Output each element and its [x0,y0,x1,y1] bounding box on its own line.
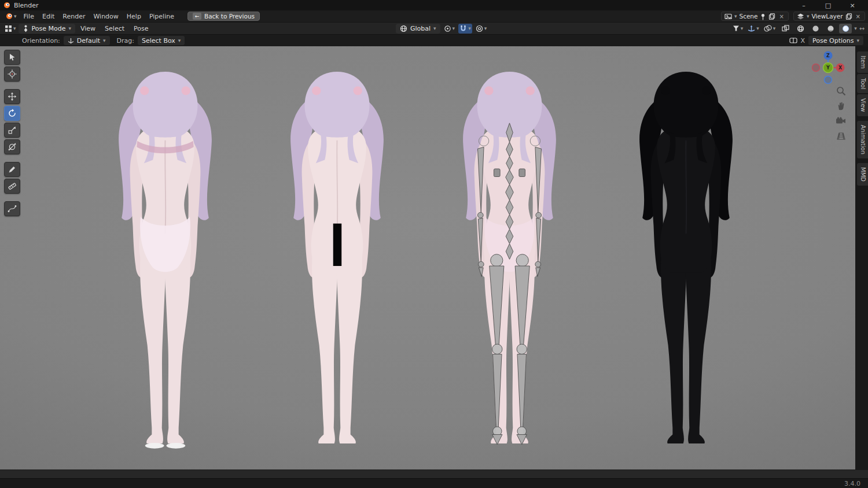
3d-viewport[interactable]: Z X Y [0,46,855,469]
tool-annotate-button[interactable] [4,162,20,177]
tool-shelf [4,50,20,216]
pivot-point-button[interactable]: ▾ [443,24,457,34]
shading-wireframe-button[interactable] [794,24,807,34]
editor-extend-icon[interactable]: ↔ [859,25,865,32]
new-scene-icon[interactable] [768,13,775,20]
sidebar-tab-item[interactable]: Item [857,51,868,73]
chevron-down-icon: ▾ [741,26,744,31]
gizmo-negative-x[interactable] [812,64,820,72]
navigation-gizmo[interactable]: Z X Y [809,49,847,87]
xray-toggle[interactable] [779,24,792,34]
menu-help[interactable]: Help [123,12,145,21]
menu-view[interactable]: View [76,24,100,34]
zoom-control[interactable] [834,84,847,97]
tool-rotate-button[interactable] [4,106,20,121]
sidebar-tab-mmd[interactable]: MMD [857,163,868,186]
globe-icon [400,25,407,32]
pivot-icon [444,25,451,32]
zoom-icon [836,86,846,96]
viewlayer-selector[interactable]: ▾ ViewLayer × [793,12,865,21]
drag-setting-value: Select Box [142,37,175,45]
sidebar-tab-tool[interactable]: Tool [857,74,868,93]
menu-file[interactable]: File [20,12,38,21]
pose-options-label: Pose Options [812,37,854,45]
overlays-icon [764,25,772,32]
camera-view-control[interactable] [834,114,847,127]
hand-icon [836,101,846,111]
timeline-collapsed-strip[interactable] [0,469,868,478]
menu-render[interactable]: Render [58,12,89,21]
mode-label: Pose Mode [32,25,66,32]
shading-rendered-button[interactable] [839,24,852,34]
proportional-editing-button[interactable]: ▾ [475,24,488,34]
wireframe-sphere-icon [797,25,804,32]
show-overlays-toggle[interactable]: ▾ [763,24,777,34]
maximize-button[interactable]: □ [816,0,840,10]
tool-cursor-button[interactable] [4,66,20,82]
tool-transform-button[interactable] [4,139,20,154]
remove-viewlayer-icon[interactable]: × [855,13,862,20]
annotate-icon [8,165,17,174]
move-icon [8,92,17,101]
menu-window[interactable]: Window [89,12,122,21]
orientation-setting-dropdown[interactable]: Default ▾ [64,36,110,45]
tool-select-box-button[interactable] [4,50,20,65]
menu-pipeline[interactable]: Pipeline [145,12,178,21]
shading-material-button[interactable] [824,24,837,34]
selectability-filter-button[interactable]: ▾ [731,24,745,34]
blender-menu-button[interactable]: ▾ [3,13,20,20]
sidebar-tab-animation[interactable]: Animation [857,121,868,158]
scene-selector[interactable]: ▾ Scene × [721,12,789,21]
figure-wireframe-model[interactable] [613,65,759,467]
chevron-down-icon: ▾ [856,38,859,43]
chevron-down-icon: ▾ [13,26,16,31]
figure-textured-model[interactable] [93,65,238,467]
editor-type-button[interactable]: ▾ [3,24,17,34]
new-viewlayer-icon[interactable] [845,13,852,20]
tool-extra-button[interactable] [4,201,20,216]
tool-measure-button[interactable] [4,179,20,194]
back-to-previous-button[interactable]: ← Back to Previous [187,12,260,21]
chevron-down-icon: ▾ [484,26,487,31]
chevron-down-icon: ▾ [14,14,17,19]
chevron-down-icon: ▾ [68,26,71,31]
scene-icon [724,13,732,20]
minimize-button[interactable]: – [792,0,816,10]
tool-scale-button[interactable] [4,123,20,138]
figure-armature-overlay[interactable] [437,65,582,467]
tool-move-button[interactable] [4,89,20,104]
censor-bar [333,224,341,266]
viewlayer-icon [797,13,804,20]
pan-control[interactable] [834,99,847,112]
unlink-scene-icon[interactable]: × [778,13,785,20]
x-mirror-toggle[interactable]: X [801,37,806,45]
sidebar-tab-view[interactable]: View [857,94,868,116]
chevron-down-icon: ▾ [756,26,759,31]
menu-edit[interactable]: Edit [38,12,58,21]
display-controls: ▾ ▾ ▾ [731,24,865,34]
rotate-icon [8,109,17,118]
pin-icon[interactable] [760,13,766,20]
menu-pose[interactable]: Pose [130,24,152,34]
figure-nude-model-censored[interactable] [264,65,410,467]
orientation-label: Global [410,25,431,32]
curve-tool-icon [8,204,17,213]
orientation-selector[interactable]: Global ▾ [396,24,440,34]
gizmo-x-label: X [838,65,843,71]
mode-selector[interactable]: Pose Mode ▾ [19,24,75,34]
armature-icon [23,25,29,32]
snap-toggle[interactable]: ▾ [458,24,472,34]
shading-options-chevron-icon[interactable]: ▾ [854,26,857,31]
perspective-toggle-control[interactable] [834,130,847,142]
close-button[interactable]: × [840,0,865,10]
show-gizmo-toggle[interactable]: ▾ [746,24,760,34]
menu-select[interactable]: Select [101,24,128,34]
select-box-icon [8,53,17,62]
topbar: ▾ File Edit Render Window Help Pipeline … [0,10,868,22]
gizmo-negative-z[interactable] [825,76,832,84]
shading-solid-button[interactable] [809,24,822,34]
drag-setting-dropdown[interactable]: Select Box ▾ [138,36,185,45]
measure-icon [8,182,17,191]
pose-options-dropdown[interactable]: Pose Options ▾ [808,36,863,45]
proportional-edit-icon [476,25,483,32]
